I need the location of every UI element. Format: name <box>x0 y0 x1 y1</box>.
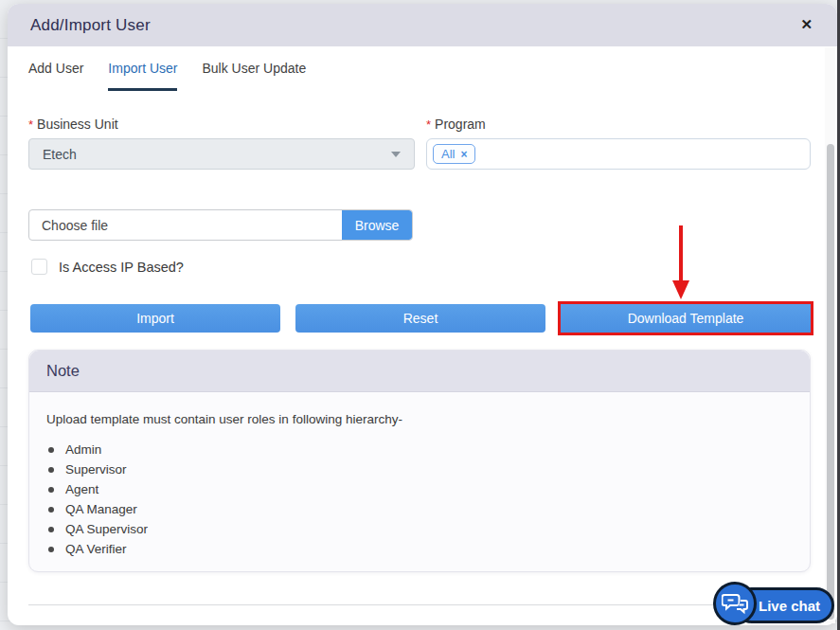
red-arrow-annotation <box>669 224 693 303</box>
tag-remove-icon[interactable]: × <box>460 148 467 161</box>
add-import-user-modal: Add/Import User ✕ Add User Import User B… <box>8 4 837 625</box>
note-header: Note <box>29 351 810 392</box>
live-chat-widget[interactable]: Live chat <box>713 582 836 627</box>
required-asterisk: * <box>426 117 431 132</box>
tab-add-user[interactable]: Add User <box>28 61 83 89</box>
note-panel: Note Upload template must contain user r… <box>28 350 811 572</box>
red-highlight-box: Download Template <box>558 301 813 335</box>
footer-divider <box>28 604 812 605</box>
ip-based-label: Is Access IP Based? <box>59 260 184 275</box>
scrollbar-thumb[interactable] <box>827 144 834 620</box>
role-list-item: QA Supervisor <box>41 519 810 539</box>
file-upload-group: Choose file Browse <box>28 209 413 241</box>
note-title: Note <box>46 362 80 380</box>
role-list-item: Agent <box>41 479 810 499</box>
program-label: *Program <box>426 117 486 132</box>
screenshot-stage: Add/Import User ✕ Add User Import User B… <box>0 0 840 630</box>
ip-based-row: Is Access IP Based? <box>31 259 184 275</box>
live-chat-circle[interactable] <box>713 582 757 625</box>
download-template-button[interactable]: Download Template <box>561 304 811 333</box>
file-input[interactable]: Choose file <box>29 210 342 240</box>
program-tag-all: All × <box>433 144 475 164</box>
tab-import-user[interactable]: Import User <box>108 61 177 89</box>
business-unit-label: *Business Unit <box>28 117 118 132</box>
chevron-down-icon <box>391 152 401 157</box>
tab-bulk-user-update[interactable]: Bulk User Update <box>202 61 306 89</box>
modal-header: Add/Import User ✕ <box>8 4 837 46</box>
ip-based-checkbox[interactable] <box>31 259 47 275</box>
required-asterisk: * <box>28 117 33 132</box>
role-hierarchy-list: Admin Supervisor Agent QA Manager QA Sup… <box>41 440 810 559</box>
program-tag-label: All <box>441 147 455 161</box>
program-multiselect[interactable]: All × <box>426 138 811 170</box>
reset-button[interactable]: Reset <box>295 304 545 333</box>
close-icon[interactable]: ✕ <box>800 15 813 34</box>
tab-bar: Add User Import User Bulk User Update <box>28 61 306 89</box>
business-unit-select[interactable]: Etech <box>28 138 415 170</box>
import-button[interactable]: Import <box>30 304 280 333</box>
role-list-item: QA Manager <box>41 499 810 519</box>
business-unit-value: Etech <box>43 147 391 162</box>
role-list-item: Admin <box>41 440 810 459</box>
modal-title: Add/Import User <box>30 16 151 35</box>
note-description: Upload template must contain user roles … <box>46 412 810 426</box>
live-chat-label: Live chat <box>759 598 820 614</box>
role-list-item: QA Verifier <box>41 539 810 559</box>
chat-bubbles-icon <box>722 591 748 616</box>
browse-button[interactable]: Browse <box>342 210 412 240</box>
role-list-item: Supervisor <box>41 459 810 479</box>
